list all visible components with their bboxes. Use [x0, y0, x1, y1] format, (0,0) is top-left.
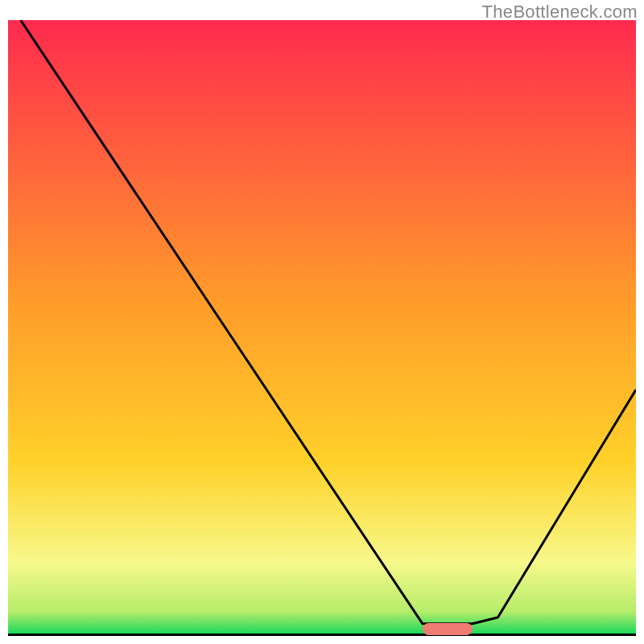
watermark-label: TheBottleneck.com	[482, 2, 638, 23]
gradient-background	[8, 20, 636, 636]
x-axis-line	[8, 634, 636, 636]
optimal-marker	[423, 623, 473, 635]
svg-rect-0	[8, 20, 636, 636]
bottleneck-plot	[8, 20, 636, 636]
